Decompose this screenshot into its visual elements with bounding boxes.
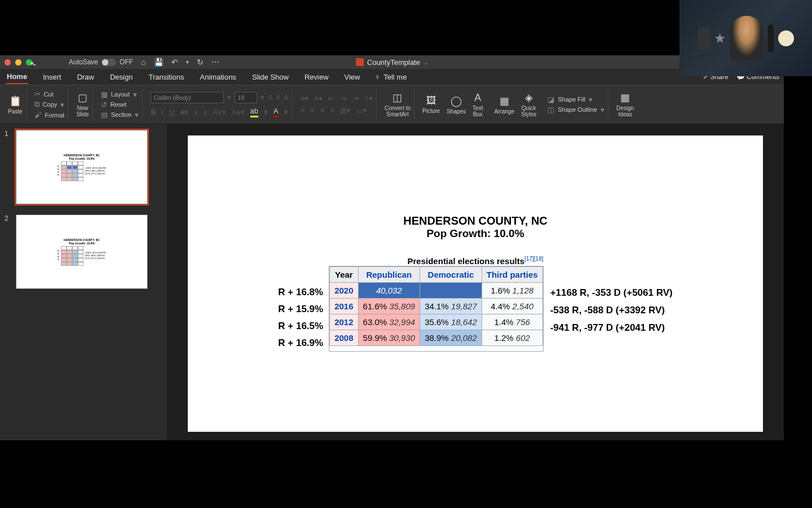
font-color-button[interactable]: A [273,107,279,117]
slide-thumbnail-panel[interactable]: 1 HENDERSON COUNTY, NC Pop Growth: 10.0%… [0,124,167,440]
tab-slideshow[interactable]: Slide Show [251,71,290,84]
dem-cell: 35.6% 18,642 [420,314,482,330]
decrease-font-icon[interactable]: A [276,94,280,100]
redo-icon[interactable]: ↻ [197,58,204,67]
delta-note: -941 R, -977 D (+2041 RV) [550,319,673,336]
slide-thumbnail-2[interactable]: HENDERSON COUNTY, NC Pop Growth: 10.0% R… [16,214,148,289]
home-icon[interactable]: ⌂ [141,58,145,67]
bold-button[interactable]: B [151,108,156,116]
picture-button[interactable]: 🖼Picture [422,95,440,114]
subscript-button[interactable]: x [194,108,198,116]
slide-content[interactable]: HENDERSON COUNTY, NC Pop Growth: 10.0% P… [188,135,763,432]
margin-value: R + 15.9% [278,301,323,318]
align-left-button[interactable]: ≡ [301,106,305,115]
chevron-down-icon[interactable]: ▾ [264,108,268,116]
copy-button[interactable]: ⧉Copy▾ [34,100,65,109]
arrange-button[interactable]: ▦Arrange [494,95,514,115]
chevron-down-icon[interactable]: ⌄ [423,59,428,65]
table-caption[interactable]: Presidential elections results[17][18] [188,256,763,266]
year-cell: 2016 [330,299,358,314]
document-title[interactable]: CountyTemplate ⌄ [356,58,428,67]
quick-styles-button[interactable]: ◈Quick Styles [521,91,536,117]
font-family-select[interactable]: Calibri (Body) [151,92,224,103]
italic-button[interactable]: I [162,108,164,116]
textbox-button[interactable]: AText Box [473,92,483,117]
save-icon[interactable]: 💾 [154,58,164,67]
bullets-button[interactable]: ≡▾ [301,94,309,103]
convert-smartart-button[interactable]: ◫ Convert to SmartArt [385,91,411,117]
highlight-button[interactable]: ab [250,107,258,117]
chevron-down-icon: ▾ [601,106,604,114]
superscript-button[interactable]: x [204,108,208,116]
columns-button[interactable]: ▥▾ [340,106,351,115]
align-center-button[interactable]: ≡ [310,106,315,115]
picture-icon: 🖼 [426,95,436,107]
char-spacing-button[interactable]: AV▾ [213,108,226,116]
cut-button[interactable]: ✂Cut [34,90,54,98]
margin-value: R + 16.9% [278,335,323,352]
shapes-button[interactable]: ◯Shapes [447,95,466,115]
chevron-down-icon: ▾ [589,95,593,104]
justify-button[interactable]: ≡ [330,106,335,115]
shape-outline-button[interactable]: ◫Shape Outline▾ [548,106,604,114]
new-slide-icon: ▢ [78,91,87,104]
clear-format-icon[interactable]: A̷ [284,93,289,102]
numbering-button[interactable]: ≡▾ [314,94,323,103]
undo-icon[interactable]: ↶ [171,58,178,67]
textbox-icon: A [474,92,481,104]
autosave-control[interactable]: AutoSave OFF [69,58,133,66]
tab-home[interactable]: Home [6,70,28,84]
outdent-button[interactable]: ⇤ [328,94,334,103]
tab-review[interactable]: Review [303,71,330,84]
strike-button[interactable]: ab [180,108,188,116]
autosave-toggle[interactable] [102,59,116,66]
font-size-select[interactable]: 18 [235,92,257,103]
tab-transitions[interactable]: Transitions [147,71,185,84]
line-spacing-button[interactable]: ↕▾ [352,94,360,103]
ribbon-tabs: Home Insert Draw Design Transitions Anim… [0,69,784,85]
tab-draw[interactable]: Draw [76,71,95,84]
autosave-label: AutoSave [69,58,98,66]
shape-fill-button[interactable]: ◪Shape Fill▾ [548,95,593,104]
slide-thumbnail-1[interactable]: HENDERSON COUNTY, NC Pop Growth: 10.0% R… [16,130,148,204]
new-slide-button[interactable]: ▢ New Slide [76,91,89,117]
minimize-window-button[interactable] [15,59,21,65]
reset-button[interactable]: ↺Reset [101,100,127,109]
delta-notes-column[interactable]: +1168 R, -353 D (+5061 RV) -538 R, -588 … [544,266,673,352]
thumb-number: 2 [5,214,11,289]
design-ideas-button[interactable]: ▦Design Ideas [616,91,634,117]
slide-canvas-area[interactable]: HENDERSON COUNTY, NC Pop Growth: 10.0% P… [167,124,784,440]
citation-link[interactable]: [18] [534,256,544,262]
undo-dropdown-icon[interactable]: ▾ [186,59,189,65]
layout-button[interactable]: ▦Layout▾ [101,90,137,99]
chevron-down-icon[interactable]: ▾ [227,93,231,102]
tab-view[interactable]: View [343,71,361,84]
more-icon[interactable]: ⋯ [211,58,219,67]
tell-me-search[interactable]: ♀ Tell me [375,73,407,81]
align-text-button[interactable]: ▭▾ [356,106,367,115]
chevron-down-icon[interactable]: ▾ [284,108,288,116]
increase-font-icon[interactable]: A [268,93,273,102]
microphone [768,24,774,52]
margin-value: R + 16.8% [278,284,323,301]
slide-subtitle[interactable]: Pop Growth: 10.0% [188,227,763,240]
tab-insert[interactable]: Insert [42,71,63,84]
format-painter-button[interactable]: 🖌Format [34,111,65,119]
change-case-button[interactable]: Aa▾ [232,108,245,116]
align-right-button[interactable]: ≡ [320,106,325,115]
underline-button[interactable]: U [169,108,174,116]
paste-button[interactable]: 📋 Paste [8,95,23,115]
tab-animations[interactable]: Animations [199,71,237,84]
indent-button[interactable]: ⇥ [340,94,346,103]
delta-note: -538 R, -588 D (+3392 RV) [550,301,673,319]
margin-left-column[interactable]: R + 16.8% R + 15.9% R + 16.5% R + 16.9% [278,266,329,352]
text-direction-button[interactable]: ↕▾ [365,94,373,103]
section-button[interactable]: ▤Section▾ [101,111,139,119]
citation-link[interactable]: [17] [524,256,534,262]
results-table[interactable]: Year Republican Democratic Third parties… [329,266,542,346]
fill-icon: ◪ [548,95,554,104]
close-window-button[interactable] [5,59,11,65]
slide-title[interactable]: HENDERSON COUNTY, NC [188,214,763,227]
chevron-down-icon[interactable]: ▾ [261,93,264,102]
tab-design[interactable]: Design [109,71,134,84]
